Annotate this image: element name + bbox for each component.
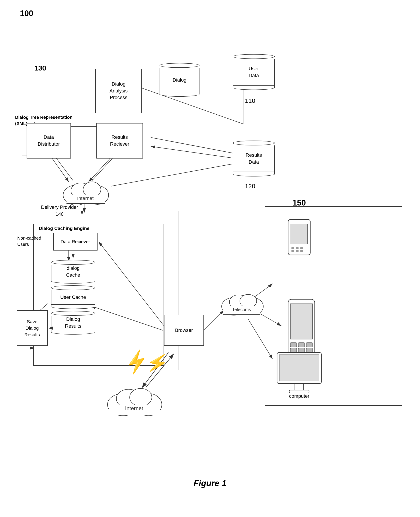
telecoms-cloud: Telecoms	[218, 288, 265, 317]
browser-box: Browser	[164, 315, 204, 346]
figure-caption: Figure 1	[194, 479, 226, 488]
svg-rect-55	[306, 342, 313, 347]
dialog-analysis-box: DialogAnalysisProcess	[95, 69, 142, 113]
diagram: 100 130 DialogAnalysisProcess Dialog Use…	[0, 0, 420, 517]
data-distributor-box: DataDistributor	[27, 123, 71, 159]
svg-rect-44	[291, 224, 308, 244]
phone-device	[277, 213, 321, 262]
lightning-right: ⚡	[145, 351, 170, 375]
svg-rect-46	[296, 247, 299, 249]
save-dialog-box: SaveDialogResults	[17, 310, 48, 346]
svg-point-39	[240, 294, 257, 308]
svg-text:Telecoms: Telecoms	[232, 307, 251, 312]
svg-line-26	[111, 162, 244, 186]
user-cache-cylinder: User Cache	[51, 285, 95, 309]
svg-rect-48	[292, 250, 294, 252]
label-120: 120	[245, 182, 255, 190]
svg-rect-47	[300, 247, 303, 249]
svg-rect-49	[296, 250, 299, 252]
internet-cloud-bottom: Internet	[103, 381, 165, 417]
user-data-cylinder: UserData	[233, 53, 275, 91]
results-data-cylinder: ResultsData	[233, 140, 275, 177]
svg-rect-52	[290, 304, 313, 339]
svg-text:Internet: Internet	[77, 196, 94, 201]
svg-point-31	[83, 182, 101, 197]
results-receiver-box: ResultsReciever	[97, 123, 143, 159]
computer-label: computer	[289, 393, 309, 399]
svg-point-67	[130, 388, 152, 406]
figure-number: 100	[20, 9, 33, 18]
svg-rect-62	[289, 390, 309, 393]
internet-cloud-top: Internet	[59, 175, 112, 206]
dialog-cache-cylinder: dialogCache	[51, 259, 95, 284]
label-130: 130	[34, 63, 46, 73]
label-110: 110	[245, 96, 255, 105]
dialog-cylinder: Dialog	[160, 62, 199, 98]
svg-rect-50	[300, 250, 303, 252]
svg-rect-53	[290, 342, 297, 347]
delivery-provider-label: Delivery Provider140	[41, 204, 78, 218]
svg-rect-61	[295, 384, 304, 390]
svg-rect-45	[292, 247, 294, 249]
data-reciever-inner-box: Data Reciever	[53, 233, 98, 251]
computer-device: computer	[273, 350, 326, 399]
cache-items-container: dialogCache User Cache DialogResults	[51, 259, 95, 335]
svg-line-8	[151, 146, 244, 160]
mobile-device	[284, 297, 319, 355]
svg-line-7	[151, 137, 244, 155]
dialog-results-cylinder: DialogResults	[51, 310, 95, 335]
svg-rect-60	[279, 355, 319, 381]
svg-text:Internet: Internet	[125, 405, 143, 411]
dialog-caching-engine-label: Dialog Caching Engine	[39, 225, 90, 231]
svg-rect-54	[298, 342, 305, 347]
